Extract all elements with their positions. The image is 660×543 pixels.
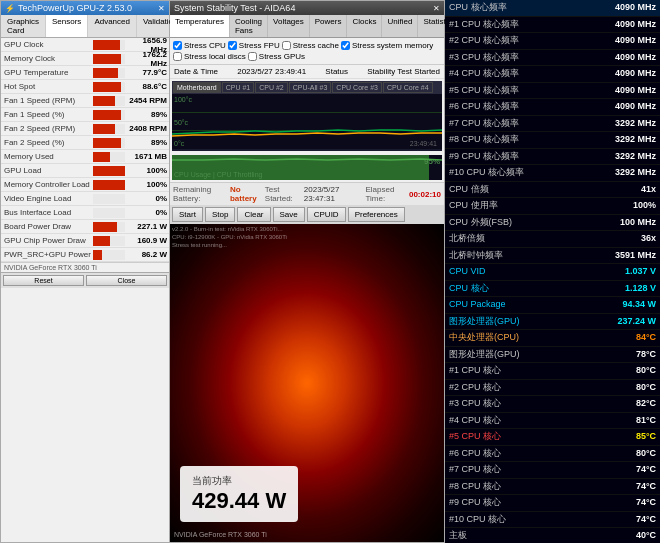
monitor-value: 3292 MHz [615,150,656,164]
monitor-value: 100 MHz [620,216,656,230]
stress-gpus[interactable]: Stress GPUs [248,52,305,61]
cpuid-button[interactable]: CPUID [307,207,346,222]
temp-chart: 100°c 50°c 0°c 23:49:41 [172,94,442,149]
sensor-value: 89% [127,138,169,147]
sensor-bar-container [93,250,125,260]
monitor-value: 85°C [636,430,656,444]
chart-tab-cpucore4[interactable]: CPU Core #4 [383,82,433,93]
sensor-bar-container [93,96,125,106]
chart-tab-cpucore3[interactable]: CPU Core #3 [332,82,382,93]
power-value: 429.44 W [192,488,286,514]
datetime-label: Date & Time [174,67,218,76]
tab-graphics-card[interactable]: Graphics Card [1,15,46,37]
nvidia-label: NVIDIA GeForce RTX 3060 Ti [1,262,169,272]
stress-fpu[interactable]: Stress FPU [228,41,280,50]
sensor-bar [93,222,117,232]
chart-tab-motherboard[interactable]: Motherboard [173,82,221,93]
sensor-value: 88.6°C [127,82,169,91]
sensor-row: GPU Chip Power Draw 160.9 W [1,234,169,248]
monitor-row: #6 CPU 核心 80°C [445,446,660,463]
sensor-row: Memory Used 1671 MB [1,150,169,164]
monitor-label: CPU 核心频率 [449,1,611,15]
battery-value: No battery [230,185,261,203]
sensor-bar [93,152,110,162]
tab-temps[interactable]: Temperatures [170,15,230,37]
test-started-value: 2023/5/27 23:47:31 [304,185,358,203]
monitor-row: 北桥时钟频率 3591 MHz [445,248,660,265]
sensor-bar [93,82,121,92]
chart-tab-cpuall[interactable]: CPU-All #3 [289,82,332,93]
preferences-button[interactable]: Preferences [348,207,405,222]
start-button[interactable]: Start [172,207,203,222]
monitor-value: 3292 MHz [615,133,656,147]
stress-cache[interactable]: Stress cache [282,41,339,50]
aida64-titlebar: System Stability Test - AIDA64 ✕ [170,1,444,15]
sensor-label: Fan 2 Speed (RPM) [1,124,91,133]
sensor-row: Hot Spot 88.6°C [1,80,169,94]
sensor-label: GPU Clock [1,40,91,49]
monitor-label: #9 CPU 核心 [449,496,632,510]
gpu-z-panel: ⚡ TechPowerUp GPU-Z 2.53.0 ✕ Graphics Ca… [0,0,170,543]
monitor-label: CPU 倍频 [449,183,637,197]
reset-button[interactable]: Reset [3,275,84,286]
sensor-row: Board Power Draw 227.1 W [1,220,169,234]
close-button[interactable]: Close [86,275,167,286]
chart-tab-cpu2[interactable]: CPU #2 [255,82,288,93]
tab-cooling[interactable]: Cooling Fans [230,15,268,37]
monitor-row: #7 CPU 核心 74°C [445,462,660,479]
clear-button[interactable]: Clear [237,207,270,222]
sensor-value: 77.9°C [127,68,169,77]
tab-voltages[interactable]: Voltages [268,15,310,37]
monitor-row: 图形处理器(GPU) 78°C [445,347,660,364]
sensor-row: GPU Temperature 77.9°C [1,66,169,80]
monitor-value: 41x [641,183,656,197]
aida64-close[interactable]: ✕ [433,4,440,13]
monitor-value: 80°C [636,447,656,461]
sensor-bar [93,68,118,78]
tab-unified[interactable]: Unified [382,15,418,37]
gpu-z-icon: ⚡ [5,4,15,13]
gpu-z-buttons: Reset Close [1,272,169,288]
sensor-value: 100% [127,180,169,189]
monitor-value: 40°C [636,529,656,543]
sensor-value: 2454 RPM [127,96,169,105]
monitor-label: #9 CPU 核心频率 [449,150,611,164]
sensor-bar [93,54,121,64]
save-button[interactable]: Save [273,207,305,222]
stop-button[interactable]: Stop [205,207,235,222]
monitor-label: #5 CPU 核心 [449,430,632,444]
monitor-label: #6 CPU 核心频率 [449,100,611,114]
chart-tab-cpu1[interactable]: CPU #1 [222,82,255,93]
status-value: Stability Test Started [367,67,440,76]
usage-chart-svg [172,155,442,180]
sensor-row: Video Engine Load 0% [1,192,169,206]
sensor-label: Memory Clock [1,54,91,63]
sensor-label: Fan 1 Speed (RPM) [1,96,91,105]
monitor-value: 82°C [636,397,656,411]
cpu-usage-bar: CPU Usage | CPU Throttling 95% [172,155,442,180]
tab-clocks[interactable]: Clocks [347,15,382,37]
tab-advanced[interactable]: Advanced [88,15,137,37]
tab-sensors[interactable]: Sensors [46,15,88,37]
sensor-label: Bus Interface Load [1,208,91,217]
monitor-panel: CPU 核心频率 4090 MHz #1 CPU 核心频率 4090 MHz #… [445,0,660,543]
sensor-label: Board Power Draw [1,222,91,231]
sensor-label: Hot Spot [1,82,91,91]
aida64-panel: System Stability Test - AIDA64 ✕ Tempera… [170,0,445,543]
window-controls[interactable]: ✕ [158,4,165,13]
stress-discs[interactable]: Stress local discs [173,52,246,61]
monitor-row: #10 CPU 核心频率 3292 MHz [445,165,660,182]
monitor-label: #10 CPU 核心 [449,513,632,527]
monitor-row: #8 CPU 核心 74°C [445,479,660,496]
monitor-label: #5 CPU 核心频率 [449,84,611,98]
sensor-bar-container [93,124,125,134]
monitor-row: #4 CPU 核心频率 4090 MHz [445,66,660,83]
tab-powers[interactable]: Powers [310,15,348,37]
monitor-row: #9 CPU 核心 74°C [445,495,660,512]
monitor-value: 237.24 W [617,315,656,329]
sensor-label: Fan 1 Speed (%) [1,110,91,119]
stress-cpu[interactable]: Stress CPU [173,41,226,50]
monitor-row: 中央处理器(CPU) 84°C [445,330,660,347]
stress-memory[interactable]: Stress system memory [341,41,433,50]
monitor-row: #2 CPU 核心 80°C [445,380,660,397]
